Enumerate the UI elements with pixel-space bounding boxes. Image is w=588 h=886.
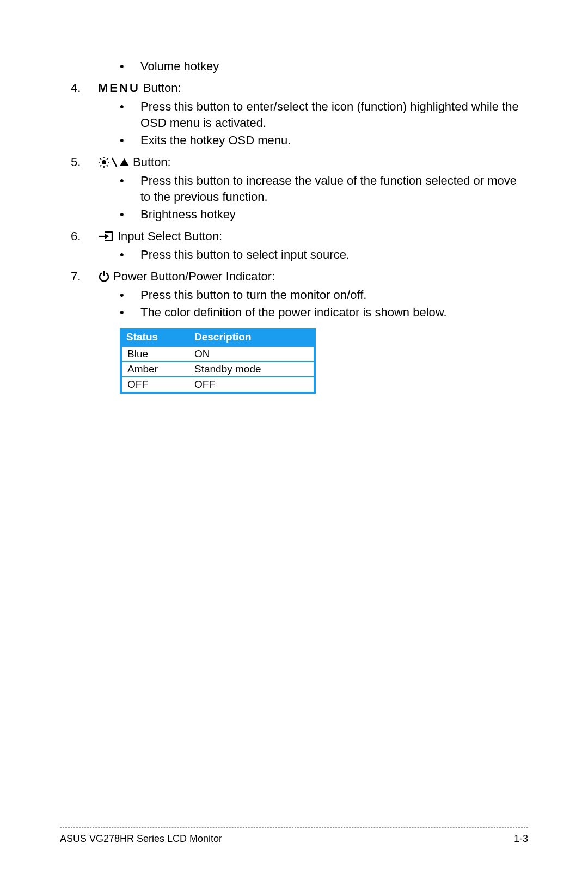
list-item: Volume hotkey [120,58,528,75]
list-item: Exits the hotkey OSD menu. [120,132,528,149]
bullet-icon [120,99,140,115]
item-number: 4. [71,80,98,96]
brightness-up-icon [98,156,130,168]
bullet-icon [120,173,140,189]
cell-desc: Standby mode [189,362,315,377]
item-5-bullets: Press this button to increase the value … [71,173,528,223]
col-status: Status [121,328,189,346]
item-number: 7. [71,268,98,285]
bullet-icon [120,287,140,303]
bullet-text: Volume hotkey [140,58,528,75]
item-number: 6. [71,228,98,245]
table-row: OFF OFF [121,377,315,393]
power-indicator-table: Status Description Blue ON Amber Standby… [120,328,316,394]
bullet-icon [120,58,140,75]
item-7: 7. Power Button/Power Indicator: [71,268,528,285]
svg-line-8 [107,158,108,160]
svg-point-0 [102,161,106,164]
item-label: Power Button/Power Indicator: [98,268,275,285]
input-select-icon [98,230,114,242]
svg-line-6 [107,165,108,166]
item-label-text: Input Select Button: [118,228,222,245]
list-item: Press this button to increase the value … [120,173,528,205]
item-label: Button: [98,154,171,170]
list-item: The color definition of the power indica… [120,304,528,321]
footer-product: ASUS VG278HR Series LCD Monitor [60,833,222,845]
bullet-text: Exits the hotkey OSD menu. [140,132,528,149]
manual-page: Volume hotkey 4. MENU Button: Press this… [0,0,588,886]
footer-page-number: 1-3 [514,833,528,845]
table-header-row: Status Description [121,328,315,346]
list-item: Press this button to turn the monitor on… [120,287,528,303]
bullet-icon [120,304,140,321]
pre-bullets: Volume hotkey [71,58,528,75]
menu-text-icon: MENU [98,80,140,96]
item-6: 6. Input Select Button: [71,228,528,245]
svg-line-7 [100,165,101,166]
item-5: 5. [71,154,528,170]
item-label: Input Select Button: [98,228,222,245]
bullet-text: Press this button to increase the value … [140,173,528,205]
page-footer: ASUS VG278HR Series LCD Monitor 1-3 [60,827,528,845]
item-label-text: Power Button/Power Indicator: [113,268,275,285]
item-number: 5. [71,154,98,170]
bullet-text: Brightness hotkey [140,206,528,223]
list-item: Brightness hotkey [120,206,528,223]
bullet-text: Press this button to enter/select the ic… [140,99,528,131]
bullet-text: Press this button to select input source… [140,247,528,263]
table-row: Blue ON [121,346,315,362]
col-description: Description [189,328,315,346]
bullet-icon [120,206,140,223]
item-label: MENU Button: [98,80,181,96]
item-6-bullets: Press this button to select input source… [71,247,528,263]
bullet-text: The color definition of the power indica… [140,304,528,321]
cell-status: Amber [121,362,189,377]
table-row: Amber Standby mode [121,362,315,377]
cell-status: Blue [121,346,189,362]
list-item: Press this button to enter/select the ic… [120,99,528,131]
cell-status: OFF [121,377,189,393]
bullet-text: Press this button to turn the monitor on… [140,287,528,303]
cell-desc: ON [189,346,315,362]
svg-line-5 [100,158,101,160]
bullet-icon [120,247,140,263]
item-4-bullets: Press this button to enter/select the ic… [71,99,528,149]
item-label-text: Button: [133,154,171,170]
cell-desc: OFF [189,377,315,393]
item-7-bullets: Press this button to turn the monitor on… [71,287,528,321]
item-4: 4. MENU Button: [71,80,528,96]
item-label-text: Button: [143,80,181,96]
power-icon [98,271,110,283]
list-item: Press this button to select input source… [120,247,528,263]
bullet-icon [120,132,140,149]
